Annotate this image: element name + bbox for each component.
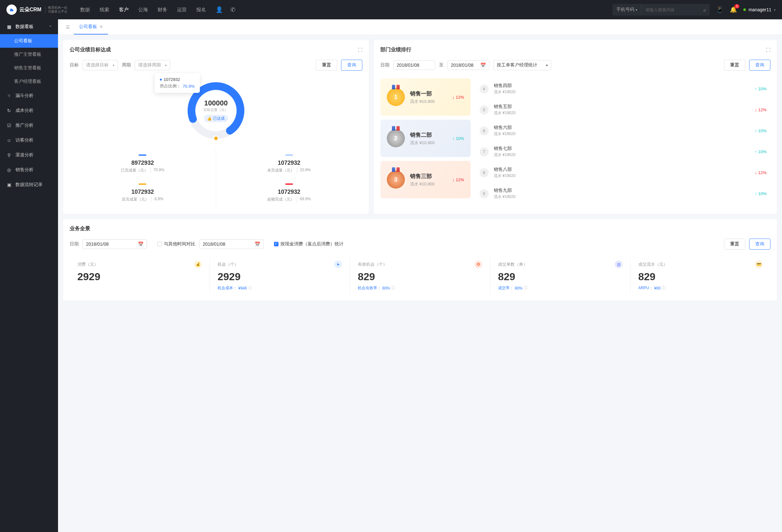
rank-top-item[interactable]: 3销售三部流水 ¥10,900↓ 12%: [380, 161, 471, 198]
goal-reset-button[interactable]: 重置: [316, 60, 337, 71]
sidebar: ▦ 数据看板 ⌃ 公司看板推广主管看板销售主管看板客户经理看板 ⑂漏斗分析↻成本…: [0, 19, 58, 532]
rank-top-item[interactable]: 1销售一部流水 ¥10,900↓ 12%: [380, 78, 471, 116]
kpi-icon: ✪: [474, 260, 482, 268]
topnav-item[interactable]: 公海: [138, 7, 148, 13]
rank-row[interactable]: 4销售四部流水 ¥19020↑ 10%: [476, 78, 771, 99]
search: 手机号码▾ ⌕: [612, 4, 710, 15]
overview-date2[interactable]: 2018/01/08📅: [199, 239, 264, 249]
sidebar-sub-item[interactable]: 公司看板: [0, 34, 58, 48]
overview-reset-button[interactable]: 重置: [724, 239, 745, 250]
rank-row[interactable]: 7销售七部流水 ¥19020↑ 10%: [476, 141, 771, 162]
calendar-icon: 📅: [480, 63, 486, 68]
topnav-item[interactable]: 客户: [119, 7, 129, 13]
sidebar-sub-item[interactable]: 推广主管看板: [0, 48, 58, 61]
user-menu[interactable]: manager11 ▾: [743, 7, 776, 12]
rank-row[interactable]: 9销售九部流水 ¥19020↑ 10%: [476, 183, 771, 204]
sidebar-icon: ◎: [6, 167, 11, 173]
brand-name: 云朵CRM: [19, 6, 41, 13]
username: manager11: [748, 7, 771, 12]
sidebar-item[interactable]: ☑推广分析: [0, 118, 58, 133]
topnav-item[interactable]: 报名: [196, 7, 206, 13]
sidebar-item[interactable]: ⑂漏斗分析: [0, 88, 58, 103]
phone-icon[interactable]: ✆: [230, 6, 235, 13]
goal-card: 公司业绩目标达成 ⛶ 目标 请选择目标▾ 周期 请选择周期▾ 重置 查询: [63, 40, 369, 214]
kpi-icon: 💳: [755, 260, 763, 268]
stat-cell: 8972932已完成量（元）70.9%: [70, 149, 216, 178]
sidebar-group-dashboard[interactable]: ▦ 数据看板 ⌃: [0, 19, 58, 34]
overview-card: 业务全景 日期 2018/01/08📅 与其他时间对比 2018/01/08📅 …: [63, 219, 777, 300]
overview-date1[interactable]: 2018/01/08📅: [82, 239, 147, 249]
achieved-badge: 👍已达成: [204, 115, 228, 122]
rank-row[interactable]: 8销售八部流水 ¥19020↓ 12%: [476, 162, 771, 183]
overview-query-button[interactable]: 查询: [749, 239, 771, 250]
goal-query-button[interactable]: 查询: [341, 60, 362, 71]
kpi-cell: 机会（个）➤2929机会成本：¥948ⓘ: [210, 257, 350, 294]
sidebar-item[interactable]: ▣数据流转记录: [0, 177, 58, 192]
sidebar-sub-item[interactable]: 客户经理看板: [0, 75, 58, 88]
search-type-select[interactable]: 手机号码▾: [612, 4, 641, 15]
rank-filter-select[interactable]: 按工单客户经理统计▾: [493, 60, 551, 70]
donut-total: 100000: [203, 99, 228, 107]
search-input[interactable]: [641, 4, 700, 15]
expand-icon[interactable]: ⛶: [358, 47, 362, 52]
medal-icon: 1: [387, 88, 405, 106]
sidebar-item[interactable]: ⚲渠道分析: [0, 148, 58, 163]
rank-top-item[interactable]: 2销售二部流水 ¥10,900↑ 10%: [380, 119, 471, 157]
sidebar-icon: ⚲: [6, 152, 11, 158]
notification-icon[interactable]: 🔔5: [730, 6, 737, 13]
notification-badge: 5: [734, 4, 740, 8]
rank-row[interactable]: 6销售六部流水 ¥19020↑ 10%: [476, 120, 771, 141]
expand-icon[interactable]: ⛶: [766, 47, 771, 52]
tab-company-board[interactable]: 公司看板 ✕: [74, 19, 108, 35]
search-button[interactable]: ⌕: [700, 7, 710, 12]
calendar-icon: 📅: [255, 242, 260, 247]
rank-title: 部门业绩排行: [380, 46, 411, 53]
sidebar-icon: ▣: [6, 182, 11, 187]
rank-row[interactable]: 5销售五部流水 ¥19020↓ 12%: [476, 99, 771, 120]
medal-icon: 3: [387, 171, 405, 189]
kpi-cell: 有效机会（个）✪829机会有效率：80%ⓘ: [350, 257, 490, 294]
stat-cell: 1072932超额完成（元）89.9%: [216, 178, 362, 207]
goal-target-select[interactable]: 请选择目标▾: [82, 60, 118, 70]
kpi-cell: 消费（元）💰2929: [70, 257, 210, 294]
sidebar-item[interactable]: ↻成本分析: [0, 103, 58, 118]
chart-tooltip: 1072932 所占比例：70.9%: [155, 73, 200, 93]
sidebar-item[interactable]: ◎销售分析: [0, 163, 58, 177]
dashboard-icon: ▦: [6, 24, 11, 29]
user-icon[interactable]: 👤: [216, 6, 223, 13]
cash-checkbox[interactable]: 按现金消费（返点后消费）统计: [274, 241, 344, 247]
top-nav: 数据线索客户公海财务运营报名: [80, 7, 206, 13]
device-icon[interactable]: 📱: [716, 6, 723, 13]
topnav-item[interactable]: 数据: [80, 7, 90, 13]
chevron-up-icon: ⌃: [49, 25, 51, 29]
rank-date-to[interactable]: 2018/01/08📅: [448, 60, 489, 70]
sidebar-item[interactable]: ☺访客分析: [0, 133, 58, 148]
rank-date-from[interactable]: 2018/01/08: [393, 60, 435, 70]
kpi-icon: ➤: [334, 260, 342, 268]
rank-reset-button[interactable]: 重置: [724, 60, 745, 71]
topnav-item[interactable]: 运营: [177, 7, 187, 13]
tab-close-icon[interactable]: ✕: [100, 25, 103, 29]
sidebar-icon: ☑: [6, 123, 11, 128]
rank-query-button[interactable]: 查询: [749, 60, 771, 71]
overview-title: 业务全景: [70, 225, 90, 232]
stat-cell: 1072932应完成量（元）8.9%: [70, 178, 216, 207]
goal-title: 公司业绩目标达成: [70, 46, 111, 53]
sidebar-icon: ⑂: [6, 93, 11, 98]
goal-period-select[interactable]: 请选择周期▾: [135, 60, 170, 70]
compare-checkbox[interactable]: 与其他时间对比: [157, 241, 196, 247]
brand-sub: 教育机构一站式服务云平台: [45, 6, 67, 13]
sidebar-sub-item[interactable]: 销售主管看板: [0, 61, 58, 75]
kpi-cell: 成交单数（单）▤829成交率：80%ⓘ: [490, 257, 631, 294]
sidebar-toggle[interactable]: ☰: [62, 25, 74, 30]
logo-icon: [6, 4, 17, 15]
topnav-item[interactable]: 财务: [157, 7, 167, 13]
kpi-cell: 成交流水（元）💳829ARPU：¥80ⓘ: [631, 257, 771, 294]
kpi-icon: 💰: [194, 260, 202, 268]
tab-bar: ☰ 公司看板 ✕: [58, 19, 782, 35]
topnav-item[interactable]: 线索: [100, 7, 109, 13]
medal-icon: 2: [387, 129, 405, 147]
logo[interactable]: 云朵CRM 教育机构一站式服务云平台: [6, 4, 67, 15]
sidebar-icon: ☺: [6, 138, 11, 143]
kpi-icon: ▤: [615, 260, 623, 268]
